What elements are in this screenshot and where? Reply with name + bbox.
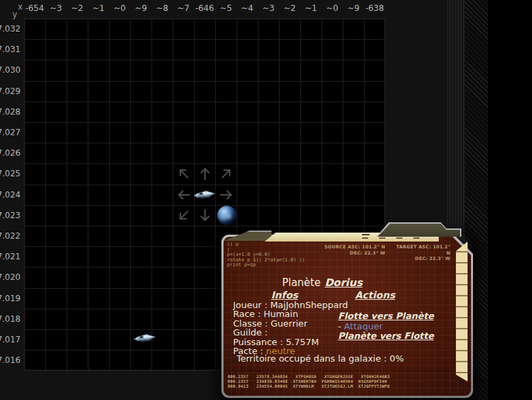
planet-dorius[interactable] [217,206,237,225]
col-label: ~4 [237,3,258,16]
territory-status: Territoire occupé dans la galaxie : 0% [224,353,416,364]
planet-info-list: Joueur :MajJohnSheppard Race :Humain Cla… [233,301,348,355]
source-asc: SOURCE ASC: 101.2° N [320,244,385,250]
target-coordinates: TARGET ASC: 101.2° N DEC: 22.3° W [392,244,450,262]
col-label: ~2 [66,3,88,16]
col-label: -646 [194,3,215,16]
axis-y-label: y [12,10,17,19]
row-label: 7.019 [0,287,22,308]
target-dec: DEC: 22.3° W [392,256,450,262]
col-label: ~9 [343,3,364,16]
terminal-readout: (( p ) p=(x=1.0 y=0.0) rotate p $(( 2*at… [227,242,305,268]
col-label: ~0 [322,3,343,16]
row-label: 7.020 [0,267,22,287]
col-label: -638 [364,3,385,16]
col-label: -654 [24,3,45,16]
column-labels: -654 ~3 ~2 ~1 ~0 ~9 ~8 ~7 -646 ~5 ~4 ~3 … [24,3,385,16]
col-label: ~7 [173,3,194,16]
attack-action-disabled[interactable]: -Attaquer [338,321,383,331]
panel-footer-codes: 000.2357 23578.346834 XTFGHO5D XTGHGERJ5… [228,374,389,388]
col-label: ~1 [88,3,109,16]
move-arrow-down-left-icon[interactable] [176,207,192,224]
move-arrow-left-icon[interactable] [176,187,192,203]
move-arrow-up-right-icon[interactable] [218,165,234,182]
info-row-joueur: Joueur :MajJohnSheppard [233,301,348,309]
row-label: 7.025 [0,163,22,184]
row-label: 7.030 [0,60,22,80]
planet-name-link[interactable]: Dorius [325,277,363,289]
row-label: 7.017 [0,329,22,350]
planet-to-fleet-link[interactable]: Planète vers Flotte [338,331,434,342]
col-label: ~8 [152,3,173,16]
source-dec: DEC: 22.3° W [320,250,385,257]
info-row-race: Race :Humain [233,309,348,318]
info-row-guilde: Guilde : [233,328,348,337]
fleet-ship-main[interactable] [193,189,216,202]
info-row-classe: Classe :Guerrier [233,319,348,328]
row-label: 7.027 [0,122,22,143]
fleet-to-planet-link[interactable]: Flotte vers Planète [338,311,434,322]
col-label: ~0 [109,3,130,16]
row-label: 7.018 [0,309,22,329]
row-label: 7.029 [0,81,22,102]
target-asc: TARGET ASC: 101.2° N [392,244,450,256]
row-labels: 7.032 7.031 7.030 7.029 7.028 7.027 7.02… [0,19,22,370]
panel-side-strip [456,242,468,381]
move-arrow-up-left-icon[interactable] [176,165,192,182]
row-label: 7.023 [0,205,22,226]
row-label: 7.024 [0,185,22,205]
move-arrow-up-icon[interactable] [197,165,213,182]
panel-title-prefix: Planète [282,277,320,289]
row-label: 7.032 [0,19,22,39]
panel-title: PlanèteDorius [226,277,418,289]
row-label: 7.026 [0,143,22,163]
col-label: ~5 [215,3,237,16]
col-label: ~9 [130,3,152,16]
axis-x-label: x [18,2,23,12]
col-label: ~2 [279,3,300,16]
move-arrow-right-icon[interactable] [218,187,234,203]
col-label: ~1 [300,3,322,16]
tab-actions[interactable]: Actions [317,290,433,301]
col-label: ~3 [45,3,66,16]
row-label: 7.031 [0,39,22,60]
fleet-ship-secondary[interactable] [132,332,157,346]
row-label: 7.028 [0,102,22,122]
col-label: ~3 [258,3,279,16]
row-label: 7.022 [0,226,22,246]
panel-footer-divider [225,370,451,371]
row-label: 7.021 [0,246,22,267]
source-coordinates: SOURCE ASC: 101.2° N DEC: 22.3° W [320,244,385,256]
info-row-puissance: Puissance :5.757M [233,338,348,346]
move-arrow-down-icon[interactable] [197,207,213,224]
actions-list: Flotte vers Planète -Attaquer Planète ve… [338,311,434,342]
row-label: 7.016 [0,350,22,370]
